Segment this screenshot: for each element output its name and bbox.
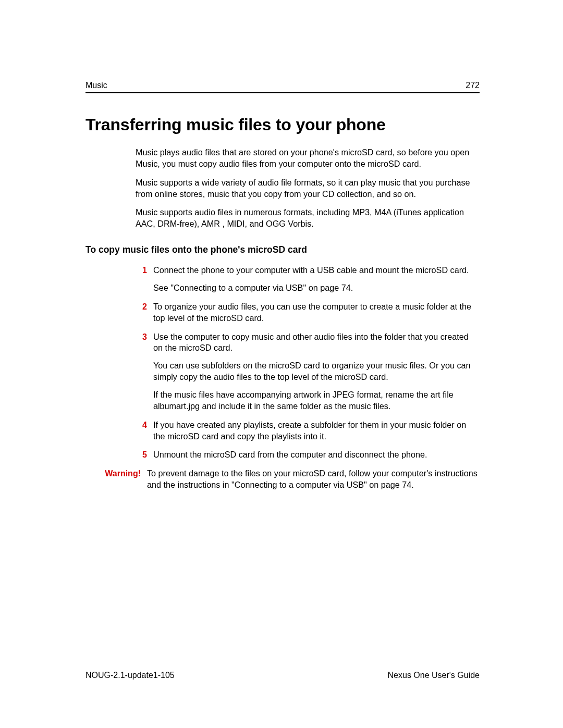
step-item: 5 Unmount the microSD card from the comp… xyxy=(136,449,480,461)
step-item: 2 To organize your audio files, you can … xyxy=(136,301,480,324)
header-page-number: 272 xyxy=(466,81,480,90)
step-body: To organize your audio files, you can us… xyxy=(153,301,480,324)
step-item: 4 If you have created any playlists, cre… xyxy=(136,419,480,442)
step-text: Connect the phone to your computer with … xyxy=(153,265,480,276)
step-body: Use the computer to copy music and other… xyxy=(153,331,480,412)
step-text: Use the computer to copy music and other… xyxy=(153,331,480,354)
intro-paragraph: Music supports a wide variety of audio f… xyxy=(136,177,480,200)
step-number: 1 xyxy=(136,265,147,294)
step-number: 5 xyxy=(136,449,147,461)
step-body: Unmount the microSD card from the comput… xyxy=(153,449,480,461)
footer-right: Nexus One User's Guide xyxy=(388,671,480,680)
warning-text: To prevent damage to the files on your m… xyxy=(147,468,480,491)
step-number: 4 xyxy=(136,419,147,442)
step-body: If you have created any playlists, creat… xyxy=(153,419,480,442)
running-header: Music 272 xyxy=(85,81,480,93)
warning-label: Warning! xyxy=(85,468,147,491)
step-number: 2 xyxy=(136,301,147,324)
header-section: Music xyxy=(85,81,107,90)
step-item: 3 Use the computer to copy music and oth… xyxy=(136,331,480,412)
steps-list: 1 Connect the phone to your computer wit… xyxy=(136,265,480,461)
intro-paragraph: Music supports audio files in numerous f… xyxy=(136,207,480,230)
step-number: 3 xyxy=(136,331,147,412)
page-footer: NOUG-2.1-update1-105 Nexus One User's Gu… xyxy=(85,671,480,680)
step-text: Unmount the microSD card from the comput… xyxy=(153,449,480,461)
step-text: If you have created any playlists, creat… xyxy=(153,419,480,442)
intro-block: Music plays audio files that are stored … xyxy=(85,147,480,230)
subheading: To copy music files onto the phone's mic… xyxy=(85,244,480,255)
warning-row: Warning! To prevent damage to the files … xyxy=(85,468,480,491)
step-item: 1 Connect the phone to your computer wit… xyxy=(136,265,480,294)
step-text: You can use subfolders on the microSD ca… xyxy=(153,360,480,383)
step-body: Connect the phone to your computer with … xyxy=(153,265,480,294)
step-text: See "Connecting to a computer via USB" o… xyxy=(153,282,480,294)
footer-left: NOUG-2.1-update1-105 xyxy=(85,671,175,680)
document-page: Music 272 Transferring music files to yo… xyxy=(0,0,563,728)
intro-paragraph: Music plays audio files that are stored … xyxy=(136,147,480,170)
page-title: Transferring music files to your phone xyxy=(85,115,480,134)
step-text: If the music files have accompanying art… xyxy=(153,389,480,412)
step-text: To organize your audio files, you can us… xyxy=(153,301,480,324)
